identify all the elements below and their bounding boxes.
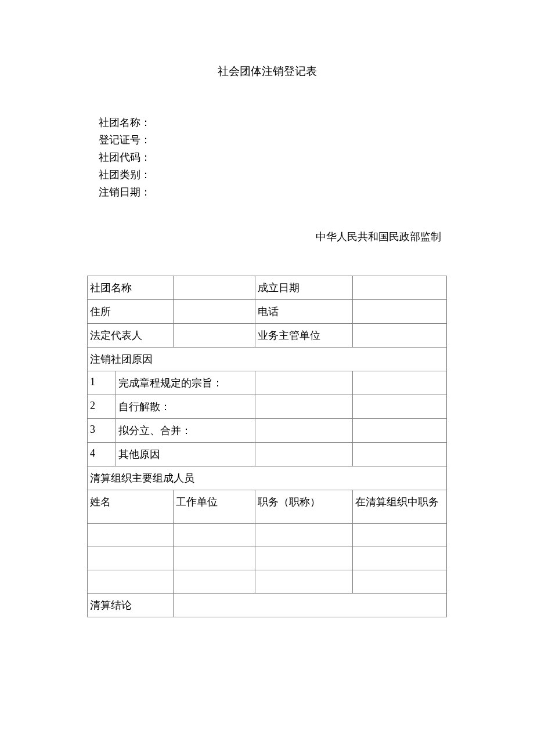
member-1-unit	[173, 524, 255, 547]
table-row-member-2	[88, 547, 447, 570]
label-members-header: 清算组织主要组成人员	[88, 466, 447, 490]
member-3-role	[353, 570, 447, 594]
member-2-name	[88, 547, 174, 570]
table-row-reason-4: 4 其他原因	[88, 443, 447, 466]
member-2-role	[353, 547, 447, 570]
label-phone: 电话	[255, 300, 353, 324]
field-cancel-date: 注销日期：	[99, 183, 447, 201]
member-3-name	[88, 570, 174, 594]
table-row-reason-2: 2 自行解散：	[88, 395, 447, 419]
label-legal-rep: 法定代表人	[88, 324, 174, 348]
table-row-basic-3: 法定代表人 业务主管单位	[88, 324, 447, 348]
reason-val2-1	[353, 371, 447, 395]
label-address: 住所	[88, 300, 174, 324]
table-row-member-1	[88, 524, 447, 547]
table-row-basic-2: 住所 电话	[88, 300, 447, 324]
member-3-position	[255, 570, 353, 594]
member-1-position	[255, 524, 353, 547]
member-1-name	[88, 524, 174, 547]
value-address	[173, 300, 255, 324]
value-phone	[353, 300, 447, 324]
field-reg-no: 登记证号：	[99, 131, 447, 149]
table-row-reason-1: 1 完成章程规定的宗旨：	[88, 371, 447, 395]
reason-val2-4	[353, 443, 447, 466]
table-row-members-cols: 姓名 工作单位 职务（职称） 在清算组织中职务	[88, 490, 447, 524]
reason-val1-4	[255, 443, 353, 466]
reason-label-4: 其他原因	[116, 443, 255, 466]
registration-table: 社团名称 成立日期 住所 电话 法定代表人 业务主管单位 注销社团原因 1 完成…	[87, 276, 447, 617]
member-2-unit	[173, 547, 255, 570]
reason-label-1: 完成章程规定的宗旨：	[116, 371, 255, 395]
table-row-reason-3: 3 拟分立、合并：	[88, 419, 447, 443]
field-org-code: 社团代码：	[99, 149, 447, 166]
members-col-name: 姓名	[88, 490, 174, 524]
members-col-position: 职务（职称）	[255, 490, 353, 524]
document-title: 社会团体注销登记表	[87, 64, 447, 79]
value-supervisory-unit	[353, 324, 447, 348]
reason-num-4: 4	[88, 443, 116, 466]
reason-val1-2	[255, 395, 353, 419]
label-conclusion: 清算结论	[88, 594, 174, 617]
reason-val1-1	[255, 371, 353, 395]
field-org-name: 社团名称：	[99, 114, 447, 131]
table-row-basic-1: 社团名称 成立日期	[88, 276, 447, 300]
reason-label-3: 拟分立、合并：	[116, 419, 255, 443]
reason-val2-2	[353, 395, 447, 419]
reason-num-3: 3	[88, 419, 116, 443]
reason-val1-3	[255, 419, 353, 443]
field-org-category: 社团类别：	[99, 166, 447, 183]
supervisor-line: 中华人民共和国民政部监制	[87, 230, 441, 244]
label-cancel-reason-header: 注销社团原因	[88, 348, 447, 371]
label-supervisory-unit: 业务主管单位	[255, 324, 353, 348]
reason-label-2: 自行解散：	[116, 395, 255, 419]
label-org-name: 社团名称	[88, 276, 174, 300]
table-row-members-header: 清算组织主要组成人员	[88, 466, 447, 490]
reason-num-1: 1	[88, 371, 116, 395]
value-conclusion	[173, 594, 446, 617]
reason-val2-3	[353, 419, 447, 443]
table-row-member-3	[88, 570, 447, 594]
members-col-role: 在清算组织中职务	[353, 490, 447, 524]
member-1-role	[353, 524, 447, 547]
label-establish-date: 成立日期	[255, 276, 353, 300]
members-col-unit: 工作单位	[173, 490, 255, 524]
reason-num-2: 2	[88, 395, 116, 419]
header-fields-block: 社团名称： 登记证号： 社团代码： 社团类别： 注销日期：	[99, 114, 447, 201]
table-row-reason-header: 注销社团原因	[88, 348, 447, 371]
value-establish-date	[353, 276, 447, 300]
value-legal-rep	[173, 324, 255, 348]
value-org-name	[173, 276, 255, 300]
member-2-position	[255, 547, 353, 570]
table-row-conclusion: 清算结论	[88, 594, 447, 617]
member-3-unit	[173, 570, 255, 594]
